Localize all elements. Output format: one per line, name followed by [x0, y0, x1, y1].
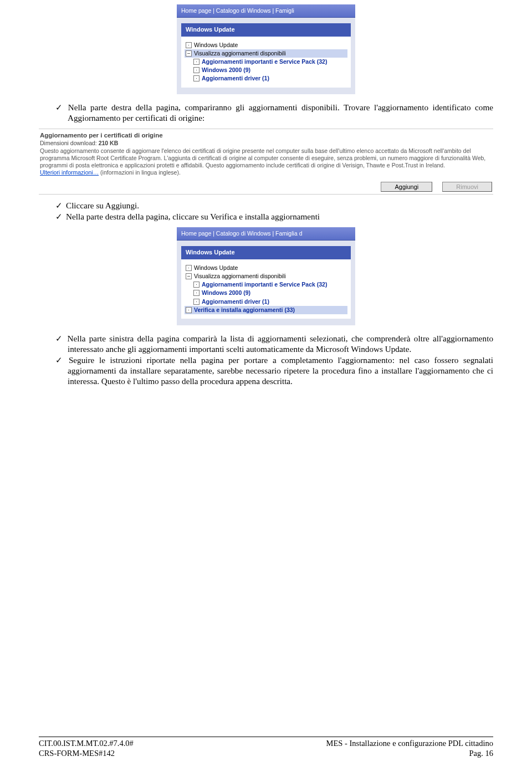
- tree-item[interactable]: ·Windows Update: [185, 264, 347, 272]
- cert-desc: Questo aggiornamento consente di aggiorn…: [40, 147, 492, 168]
- wu-title-2: Windows Update: [181, 246, 351, 259]
- tree-label: Verifica e installa aggiornamenti (33): [194, 306, 295, 314]
- check-icon: ✓: [55, 334, 64, 343]
- expand-icon[interactable]: ·: [193, 59, 200, 65]
- instruction-list-2: ✓Cliccare su Aggiungi.✓Nella parte destr…: [39, 200, 493, 222]
- expand-icon[interactable]: ·: [186, 265, 192, 271]
- cert-title: Aggiornamento per i certificati di origi…: [40, 131, 492, 139]
- windows-update-panel-1: Home page | Catalogo di Windows | Famigl…: [177, 4, 355, 94]
- expand-icon[interactable]: ·: [193, 67, 200, 73]
- tree-item[interactable]: ·Aggiornamenti driver (1): [185, 74, 347, 83]
- instruction-item: ✓Cliccare su Aggiungi.: [55, 200, 493, 211]
- cert-link-note: (informazioni in lingua inglese).: [99, 169, 181, 176]
- footer-code-1: CIT.00.IST.M.MT.02.#7.4.0#: [39, 738, 134, 748]
- tree-label: Aggiornamenti importanti e Service Pack …: [202, 281, 327, 288]
- tree-label: Windows Update: [194, 42, 238, 49]
- footer-doc-title: MES - Installazione e configurazione PDL…: [326, 738, 493, 748]
- check-icon: ✓: [55, 103, 65, 112]
- tree-item[interactable]: –Visualizza aggiornamenti disponibili: [185, 272, 347, 280]
- tree-item[interactable]: ·Aggiornamenti driver (1): [185, 298, 347, 306]
- check-icon: ✓: [55, 355, 65, 365]
- wu-toolbar-2: Home page | Catalogo di Windows | Famigl…: [177, 227, 355, 241]
- tree-label: Visualizza aggiornamenti disponibili: [194, 50, 286, 57]
- check-icon: ✓: [55, 212, 63, 221]
- tree-label: Windows 2000 (9): [202, 67, 250, 74]
- instruction-item: ✓Nella parte destra della pagina, clicca…: [55, 211, 493, 222]
- instruction-item: ✓Nella parte destra della pagina, compar…: [55, 102, 493, 123]
- windows-update-panel-2: Home page | Catalogo di Windows | Famigl…: [177, 227, 355, 325]
- expand-icon[interactable]: ·: [186, 42, 192, 48]
- tree-item[interactable]: ·Windows Update: [185, 41, 347, 49]
- expand-icon[interactable]: ·: [193, 290, 200, 296]
- instruction-item: ✓Nella parte sinistra della pagina compa…: [55, 333, 493, 354]
- tree-label: Windows Update: [194, 264, 238, 272]
- tree-item[interactable]: –Visualizza aggiornamenti disponibili: [185, 49, 347, 58]
- tree-label: Aggiornamenti importanti e Service Pack …: [202, 58, 327, 65]
- tree-item[interactable]: ·Windows 2000 (9): [185, 66, 347, 74]
- cert-more-link[interactable]: Ulteriori informazioni…: [40, 169, 99, 176]
- footer-code-2: CRS-FORM-MES#142: [39, 748, 134, 758]
- cert-update-block: Aggiornamento per i certificati di origi…: [39, 129, 493, 195]
- tree-item[interactable]: ·Aggiornamenti importanti e Service Pack…: [185, 58, 347, 66]
- check-icon: ✓: [55, 201, 63, 210]
- collapse-icon[interactable]: –: [186, 50, 192, 57]
- expand-icon[interactable]: ·: [193, 75, 200, 81]
- tree-label: Windows 2000 (9): [202, 289, 250, 297]
- tree-item[interactable]: ·Verifica e installa aggiornamenti (33): [185, 306, 347, 314]
- expand-icon[interactable]: ·: [193, 299, 200, 305]
- instruction-list-3: ✓Nella parte sinistra della pagina compa…: [39, 333, 493, 386]
- page-footer: CIT.00.IST.M.MT.02.#7.4.0# CRS-FORM-MES#…: [39, 737, 493, 758]
- footer-page-num: Pag. 16: [326, 748, 493, 758]
- cert-size: Dimensioni download: 210 KB: [40, 140, 492, 147]
- tree-label: Visualizza aggiornamenti disponibili: [194, 273, 286, 280]
- wu-toolbar: Home page | Catalogo di Windows | Famigl…: [177, 4, 355, 18]
- tree-label: Aggiornamenti driver (1): [202, 75, 269, 82]
- wu-title: Windows Update: [181, 23, 351, 37]
- expand-icon[interactable]: ·: [186, 307, 192, 313]
- tree-item[interactable]: ·Windows 2000 (9): [185, 289, 347, 297]
- expand-icon[interactable]: ·: [193, 282, 200, 288]
- collapse-icon[interactable]: –: [186, 273, 192, 279]
- tree-item[interactable]: ·Aggiornamenti importanti e Service Pack…: [185, 280, 347, 289]
- add-button[interactable]: Aggiungi: [381, 182, 432, 192]
- instruction-list-1: ✓Nella parte destra della pagina, compar…: [39, 102, 493, 123]
- instruction-item: ✓Seguire le istruzioni riportate nella p…: [55, 355, 493, 386]
- remove-button[interactable]: Rimuovi: [442, 182, 492, 192]
- tree-label: Aggiornamenti driver (1): [202, 298, 269, 305]
